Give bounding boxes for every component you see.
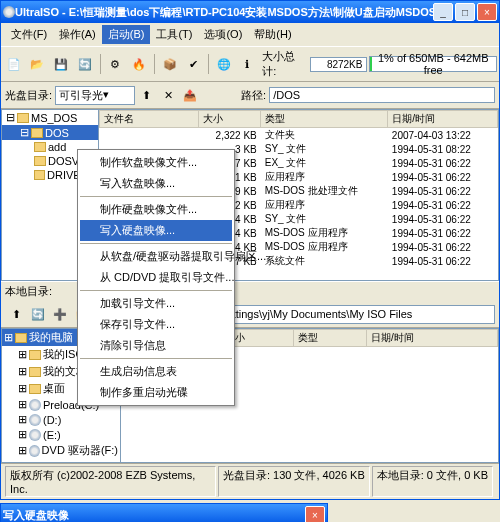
burn-button[interactable]: 🔥: [128, 53, 150, 75]
size-value: 8272KB: [310, 57, 367, 72]
dialog-close-button[interactable]: ×: [305, 506, 325, 522]
tree-node[interactable]: ⊞ (E:): [2, 427, 120, 442]
menu-item[interactable]: 保存引导文件...: [80, 314, 232, 335]
tree-node[interactable]: ⊞ DVD 驱动器(F:): [2, 442, 120, 459]
size-label: 大小总计:: [262, 49, 308, 79]
menu-item[interactable]: 加载引导文件...: [80, 293, 232, 314]
menu-options[interactable]: 选项(O): [198, 25, 248, 44]
menu-item[interactable]: 写入硬盘映像...: [80, 220, 232, 241]
menu-tools[interactable]: 工具(T): [150, 25, 198, 44]
menu-item[interactable]: 生成启动信息表: [80, 361, 232, 382]
iso-pathbar: 光盘目录: 可引导光 ▾ ⬆ ✕ 📤 路径: /DOS: [1, 82, 499, 109]
reload-button[interactable]: 🔄: [74, 53, 96, 75]
compress-button[interactable]: 📦: [159, 53, 181, 75]
local-pathbar: ⬆ 🔄 ➕ 📁 路径:C:\Documents and Settings\yj\…: [1, 301, 499, 328]
menu-item[interactable]: 从 CD/DVD 提取引导文件...: [80, 267, 232, 288]
mount-button[interactable]: ⚙: [104, 53, 126, 75]
menu-item[interactable]: 从软盘/硬盘驱动器提取引导扇区...: [80, 246, 232, 267]
maximize-button[interactable]: □: [455, 3, 475, 21]
local-add-button[interactable]: ➕: [49, 303, 71, 325]
table-row[interactable]: 2,322 KB文件夹2007-04-03 13:22: [100, 128, 498, 143]
window-title: UltraISO - E:\恒瑞测量\dos下编程\RTD-PC104安装MSD…: [15, 5, 433, 20]
local-up-button[interactable]: ⬆: [5, 303, 27, 325]
menu-item[interactable]: 制作软盘映像文件...: [80, 152, 232, 173]
local-refresh-button[interactable]: 🔄: [27, 303, 49, 325]
save-button[interactable]: 💾: [50, 53, 72, 75]
boot-menu-dropdown: 制作软盘映像文件...写入软盘映像...制作硬盘映像文件...写入硬盘映像...…: [77, 149, 235, 406]
menu-actions[interactable]: 操作(A): [53, 25, 102, 44]
menubar: 文件(F) 操作(A) 启动(B) 工具(T) 选项(O) 帮助(H): [1, 23, 499, 46]
open-button[interactable]: 📂: [27, 53, 49, 75]
menu-item[interactable]: 制作多重启动光碟: [80, 382, 232, 403]
app-icon: [3, 6, 15, 18]
titlebar: UltraISO - E:\恒瑞测量\dos下编程\RTD-PC104安装MSD…: [1, 1, 499, 23]
props-button[interactable]: ✕: [157, 84, 179, 106]
tree-node[interactable]: ⊟ MS_DOS: [2, 110, 98, 125]
info-button[interactable]: ℹ: [237, 53, 259, 75]
verify-button[interactable]: ✔: [182, 53, 204, 75]
menu-help[interactable]: 帮助(H): [248, 25, 297, 44]
minimize-button[interactable]: _: [433, 3, 453, 21]
menu-boot[interactable]: 启动(B): [102, 25, 151, 44]
menu-item[interactable]: 写入软盘映像...: [80, 173, 232, 194]
tree-node[interactable]: ⊟ DOS: [2, 125, 98, 140]
new-button[interactable]: 📄: [3, 53, 25, 75]
capacity-bar: 1% of 650MB - 642MB free: [369, 56, 497, 72]
close-button[interactable]: ×: [477, 3, 497, 21]
web-button[interactable]: 🌐: [213, 53, 235, 75]
tree-node[interactable]: ⊞ CD 驱动器(G:): [2, 459, 120, 463]
write-disk-dialog: 写入硬盘映像 × 消息: 保存 时间事件Windows XP 5.1 Build…: [0, 503, 328, 522]
menu-item[interactable]: 清除引导信息: [80, 335, 232, 356]
menu-file[interactable]: 文件(F): [5, 25, 53, 44]
toolbar: 📄 📂 💾 🔄 ⚙ 🔥 📦 ✔ 🌐 ℹ 大小总计: 8272KB 1% of 6…: [1, 46, 499, 82]
up-button[interactable]: ⬆: [135, 84, 157, 106]
status-bar: 版权所有 (c)2002-2008 EZB Systems, Inc. 光盘目录…: [1, 463, 499, 499]
iso-path[interactable]: /DOS: [269, 87, 495, 103]
boot-type-combo[interactable]: 可引导光 ▾: [55, 86, 135, 105]
extract-button[interactable]: 📤: [179, 84, 201, 106]
menu-item[interactable]: 制作硬盘映像文件...: [80, 199, 232, 220]
local-header: 本地目录:: [1, 281, 499, 301]
main-window: UltraISO - E:\恒瑞测量\dos下编程\RTD-PC104安装MSD…: [0, 0, 500, 500]
dialog-titlebar: 写入硬盘映像 ×: [1, 504, 327, 522]
tree-node[interactable]: ⊞ (D:): [2, 412, 120, 427]
